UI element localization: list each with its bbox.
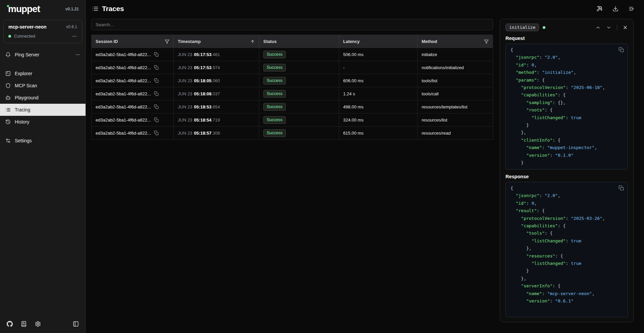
ellipsis-icon: [72, 34, 77, 39]
list-icon: [5, 107, 11, 112]
sort-asc-icon[interactable]: [250, 39, 255, 44]
copy-icon[interactable]: [154, 91, 159, 96]
bot-icon: [5, 95, 11, 100]
sidebar-item-history[interactable]: History: [0, 116, 86, 128]
table-row[interactable]: ed3a2ab2-5ba1-4f6d-a822... JUN 2305:18:5…: [92, 100, 493, 113]
response-json: { "jsonrpc": "2.0", "id": 0, "result": {…: [511, 185, 623, 305]
download-icon[interactable]: [612, 6, 619, 12]
request-code: { "jsonrpc": "2.0", "id": 0, "method": "…: [505, 44, 628, 170]
copy-icon[interactable]: [154, 131, 159, 135]
sidebar-nav: Ping Server Explorer MCP Scan Playground…: [0, 49, 86, 147]
app-version: v0.1.21: [65, 7, 79, 11]
sidebar-item-ping-server[interactable]: Ping Server: [0, 49, 86, 61]
search-input[interactable]: [96, 22, 489, 27]
response-label: Response: [505, 174, 628, 179]
timestamp-cell: JUN 2305:17:53.461: [174, 48, 259, 61]
column-header-status[interactable]: Status: [259, 35, 339, 48]
connected-dot: [8, 35, 11, 38]
bell-icon: [5, 52, 11, 57]
copy-icon[interactable]: [154, 104, 159, 109]
terminal-icon: [5, 71, 11, 76]
ping-server-menu-button[interactable]: [75, 52, 80, 57]
status-badge: Success: [263, 129, 286, 137]
table-row[interactable]: ed3a2ab2-5ba1-4f6d-a822... JUN 2305:18:5…: [92, 127, 493, 140]
page-title: Traces: [102, 5, 124, 13]
sidebar-footer: [0, 315, 86, 333]
column-header-session-id[interactable]: Session ID: [92, 35, 174, 48]
gear-icon[interactable]: [35, 321, 41, 327]
sidebar-item-label: Playground: [15, 95, 39, 100]
status-badge: Success: [263, 90, 286, 98]
clear-list-icon[interactable]: [629, 6, 635, 12]
session-id: ed3a2ab2-5ba1-4f6d-a822...: [96, 65, 151, 70]
copy-icon[interactable]: [619, 47, 624, 52]
traces-column: Session ID Timestamp Status Latency Me: [91, 19, 493, 322]
session-id: ed3a2ab2-5ba1-4f6d-a822...: [96, 91, 151, 96]
table-row[interactable]: ed3a2ab2-5ba1-4f6d-a822... JUN 2305:18:5…: [92, 113, 493, 127]
status-badge: Success: [263, 64, 286, 72]
sliders-icon: [5, 138, 11, 143]
sidebar-item-explorer[interactable]: Explorer: [0, 67, 86, 80]
column-header-method[interactable]: Method: [418, 35, 493, 48]
latency-cell: -: [339, 61, 418, 74]
copy-icon[interactable]: [154, 117, 159, 122]
logo-accent-mark: [7, 5, 9, 7]
request-label: Request: [505, 36, 628, 41]
copy-icon[interactable]: [154, 65, 159, 70]
sidebar-item-label: Tracing: [15, 107, 30, 112]
session-id: ed3a2ab2-5ba1-4f6d-a822...: [96, 117, 151, 123]
method-cell: resources/read: [418, 127, 493, 139]
method-cell: initialize: [418, 48, 493, 61]
collapse-sidebar-icon[interactable]: [73, 321, 79, 327]
copy-icon[interactable]: [154, 78, 159, 83]
session-id: ed3a2ab2-5ba1-4f6d-a822...: [96, 131, 151, 136]
status-badge: Success: [263, 103, 286, 111]
table-row[interactable]: ed3a2ab2-5ba1-4f6d-a822... JUN 2305:17:5…: [92, 48, 493, 61]
method-cell: resources/list: [418, 113, 493, 126]
prev-trace-button[interactable]: [595, 25, 601, 30]
method-cell: resources/templates/list: [418, 100, 493, 113]
trace-detail-panel: initialize Request { "jsonrpc": "2.0", "…: [500, 19, 634, 322]
latency-cell: 606.00 ms: [339, 74, 418, 87]
column-header-latency[interactable]: Latency: [339, 35, 418, 48]
sidebar-item-settings[interactable]: Settings: [0, 135, 86, 147]
table-row[interactable]: ed3a2ab2-5ba1-4f6d-a822... JUN 2305:18:0…: [92, 74, 493, 87]
success-dot: [543, 26, 545, 29]
close-panel-button[interactable]: [623, 25, 628, 30]
method-cell: tools/call: [418, 87, 493, 100]
search-box: [91, 19, 493, 30]
latency-cell: 506.00 ms: [339, 48, 418, 61]
sidebar-item-label: MCP Scan: [15, 83, 37, 88]
filter-icon[interactable]: [484, 39, 489, 44]
filter-icon[interactable]: [165, 39, 169, 44]
server-menu-button[interactable]: [72, 34, 77, 39]
sidebar-item-label: History: [15, 119, 30, 125]
timestamp-cell: JUN 2305:18:08.037: [174, 87, 259, 100]
next-trace-button[interactable]: [606, 25, 611, 30]
app-logo[interactable]: muppet: [8, 4, 40, 14]
sidebar-item-mcp-scan[interactable]: MCP Scan: [0, 80, 86, 92]
sidebar-item-tracing[interactable]: Tracing: [0, 104, 86, 116]
main-header: Traces: [86, 0, 644, 17]
table-row[interactable]: ed3a2ab2-5ba1-4f6d-a822... JUN 2305:18:0…: [92, 87, 493, 100]
github-icon[interactable]: [7, 321, 13, 327]
table-row[interactable]: ed3a2ab2-5ba1-4f6d-a822... JUN 2305:17:5…: [92, 61, 493, 74]
app-logo-text: muppet: [8, 4, 40, 14]
traces-list-icon: [92, 5, 99, 12]
docs-book-icon[interactable]: [21, 321, 27, 327]
copy-icon[interactable]: [154, 52, 159, 57]
timestamp-cell: JUN 2305:18:57.308: [174, 127, 259, 139]
column-header-timestamp[interactable]: Timestamp: [174, 35, 259, 48]
logo-row: muppet v0.1.21: [0, 0, 86, 17]
sidebar-item-label: Ping Server: [15, 52, 39, 57]
session-id: ed3a2ab2-5ba1-4f6d-a822...: [96, 104, 151, 109]
server-version: v0.6.1: [66, 25, 77, 29]
session-id: ed3a2ab2-5ba1-4f6d-a822...: [96, 78, 151, 83]
timestamp-cell: JUN 2305:17:53.974: [174, 61, 259, 74]
server-card[interactable]: mcp-server-neon v0.6.1 Connected: [3, 20, 82, 43]
copy-icon[interactable]: [619, 185, 624, 191]
pickaxe-icon[interactable]: [596, 6, 602, 12]
method-cell: tools/list: [418, 74, 493, 87]
shield-icon: [5, 83, 11, 88]
sidebar-item-playground[interactable]: Playground: [0, 92, 86, 104]
